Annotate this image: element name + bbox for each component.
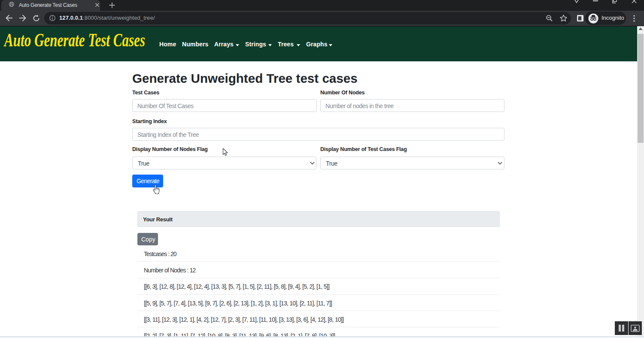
svg-text:Auto Generate Test Cases: Auto Generate Test Cases <box>3 30 145 51</box>
